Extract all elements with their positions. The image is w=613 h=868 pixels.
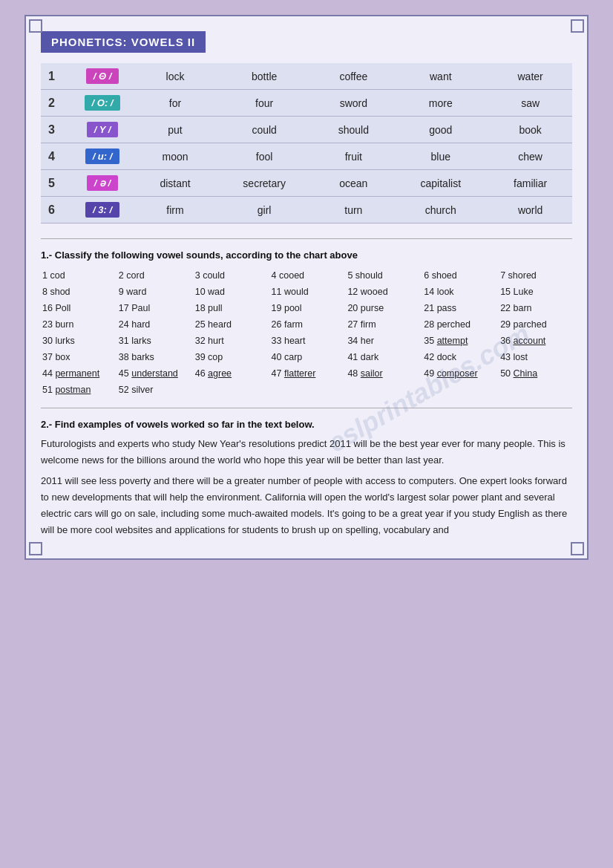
word-number: 27 <box>347 319 360 330</box>
list-item: 32 hurt <box>194 333 267 348</box>
word-cell: girl <box>214 197 314 223</box>
word-number: 34 <box>347 336 360 346</box>
word-number: 26 <box>272 319 284 330</box>
word-number: 50 <box>500 368 513 379</box>
phonetic-badge-cell: / O: / <box>69 90 136 117</box>
word-text: understand <box>131 368 178 379</box>
list-item: 37 box <box>41 350 114 365</box>
list-item: 48 sailor <box>346 366 419 381</box>
divider-2 <box>41 408 572 408</box>
word-cell: want <box>393 63 488 90</box>
word-number: 25 <box>195 319 208 330</box>
word-text: would <box>284 287 309 297</box>
words-grid: 1 cod2 cord3 could4 cooed5 should6 shoed… <box>41 268 572 397</box>
word-number: 1 <box>42 270 50 281</box>
list-item: 24 hard <box>117 317 191 332</box>
word-cell: distant <box>136 170 214 197</box>
word-cell: blue <box>393 143 488 170</box>
word-number: 49 <box>424 368 436 379</box>
row-number: 4 <box>41 143 69 170</box>
corner-tr <box>571 19 584 33</box>
word-cell: familiar <box>488 170 572 197</box>
word-cell: fool <box>214 143 314 170</box>
word-cell: sword <box>314 90 393 117</box>
page-title: PHONETICS: VOWELS II <box>41 31 206 53</box>
word-text: permanent <box>55 368 99 379</box>
list-item: 12 wooed <box>346 284 419 299</box>
list-item: 1 cod <box>41 268 114 283</box>
word-number: 21 <box>424 303 436 313</box>
phonetic-badge-cell: / u: / <box>69 143 136 170</box>
exercise2-title: 2.- Find examples of vowels worked so fa… <box>41 419 572 430</box>
word-number: 7 <box>500 270 508 281</box>
list-item: 51 postman <box>41 382 114 397</box>
list-item: 43 lost <box>499 350 572 365</box>
word-cell: world <box>488 197 572 223</box>
phonetic-badge: / ə / <box>87 175 118 191</box>
word-number: 16 <box>42 303 55 313</box>
word-text: ward <box>126 287 146 297</box>
word-number: 41 <box>347 352 360 362</box>
word-cell: ocean <box>314 170 393 197</box>
word-number: 18 <box>195 303 208 313</box>
table-row: 5/ ə /distantsecretaryoceancapitalistfam… <box>41 170 572 197</box>
list-item: 20 purse <box>346 301 419 316</box>
word-text: firm <box>361 319 376 330</box>
text-passage: Futurologists and experts who study New … <box>41 436 572 539</box>
word-number: 8 <box>42 287 50 297</box>
word-text: account <box>514 336 546 346</box>
word-text: her <box>361 336 374 346</box>
passage-paragraph: 2011 will see less poverty and there wil… <box>41 473 572 538</box>
word-number: 11 <box>272 287 284 297</box>
row-number: 3 <box>41 117 69 143</box>
phonetic-badge-cell: / Θ / <box>69 63 136 90</box>
word-text: farm <box>284 319 303 330</box>
word-number: 51 <box>42 385 55 395</box>
word-cell: four <box>214 90 314 117</box>
word-number: 10 <box>195 287 208 297</box>
word-number: 3 <box>195 270 203 281</box>
word-number: 42 <box>424 352 436 362</box>
list-item: 47 flatterer <box>270 366 344 381</box>
word-text: lost <box>514 352 528 362</box>
word-number: 37 <box>42 352 55 362</box>
word-number: 31 <box>119 336 131 346</box>
corner-bl <box>29 542 42 555</box>
word-number: 33 <box>272 336 284 346</box>
table-row: 3/ Y /putcouldshouldgoodbook <box>41 117 572 143</box>
word-number: 45 <box>119 368 131 379</box>
word-cell: firm <box>136 197 214 223</box>
list-item: 6 shoed <box>422 268 496 283</box>
word-number: 35 <box>424 336 436 346</box>
list-item: 7 shored <box>499 268 572 283</box>
list-item: 40 carp <box>270 350 344 365</box>
word-number: 20 <box>347 303 360 313</box>
phonetic-badge-cell: / 3: / <box>69 197 136 223</box>
word-text: perched <box>437 319 471 330</box>
list-item: 52 silver <box>117 382 191 397</box>
list-item: 49 composer <box>422 366 496 381</box>
word-number: 40 <box>272 352 284 362</box>
word-cell: more <box>393 90 488 117</box>
page-container: eslprintables.com PHONETICS: VOWELS II 1… <box>24 15 589 560</box>
phonetic-badge: / Y / <box>87 122 119 137</box>
word-text: cooed <box>279 270 304 281</box>
word-text: could <box>203 270 225 281</box>
list-item: 10 wad <box>194 284 267 299</box>
list-item: 4 cooed <box>270 268 344 283</box>
word-cell: for <box>136 90 214 117</box>
list-item: 27 firm <box>346 317 419 332</box>
word-cell: church <box>393 197 488 223</box>
word-number: 52 <box>119 385 131 395</box>
word-text: shoed <box>432 270 457 281</box>
word-text: barks <box>131 352 154 362</box>
exercise1-title: 1.- Classify the following vowel sounds,… <box>41 249 572 261</box>
word-number: 6 <box>424 270 431 281</box>
word-text: pool <box>284 303 302 313</box>
word-text: lurks <box>55 336 74 346</box>
word-text: Luke <box>514 287 534 297</box>
list-item: 5 should <box>346 268 419 283</box>
word-cell: bottle <box>214 63 314 90</box>
list-item: 8 shod <box>41 284 114 299</box>
phonetic-badge-cell: / Y / <box>69 117 136 143</box>
